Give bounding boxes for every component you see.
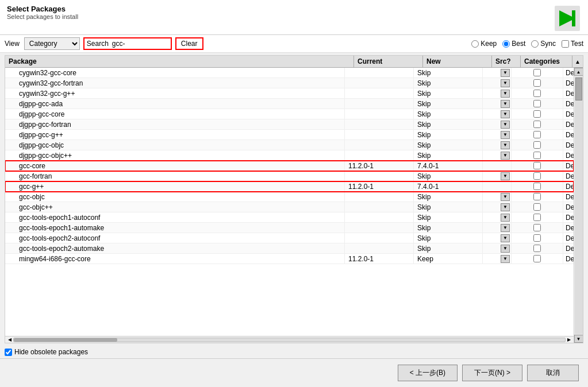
src-checkbox[interactable] [533, 162, 541, 169]
clear-button[interactable]: Clear [175, 37, 203, 50]
src-checkbox[interactable] [533, 203, 541, 211]
prev-button[interactable]: < 上一步(B) [398, 365, 458, 381]
table-row[interactable]: gcc-fortranSkip▼Devel [5, 171, 574, 181]
package-src[interactable] [512, 78, 563, 88]
sync-radio-label[interactable]: Sync [531, 40, 556, 48]
table-row[interactable]: djgpp-gcc-fortranSkip▼Devel [5, 119, 574, 130]
col-scroll-up[interactable]: ▲ [572, 56, 583, 67]
src-checkbox[interactable] [533, 193, 541, 200]
package-src[interactable] [512, 181, 563, 191]
table-row[interactable]: djgpp-gcc-g++Skip▼Devel [5, 130, 574, 140]
dropdown-arrow-icon[interactable]: ▼ [501, 203, 510, 211]
search-input[interactable] [111, 39, 168, 48]
table-row[interactable]: gcc-tools-epoch1-automakeSkip▼Devel [5, 223, 574, 233]
test-checkbox[interactable] [562, 40, 569, 48]
package-src[interactable] [512, 202, 563, 212]
package-new[interactable]: Skip [414, 140, 483, 150]
package-new[interactable]: Keep [414, 254, 483, 264]
table-row[interactable]: djgpp-gcc-coreSkip▼Devel [5, 109, 574, 119]
table-row[interactable]: cygwin32-gcc-fortranSkip▼Devel [5, 78, 574, 88]
src-checkbox[interactable] [533, 141, 541, 149]
package-src[interactable] [512, 212, 563, 222]
dropdown-arrow-icon[interactable]: ▼ [501, 100, 510, 108]
package-dropdown[interactable]: ▼ [483, 130, 512, 140]
dropdown-arrow-icon[interactable]: ▼ [501, 141, 510, 149]
package-src[interactable] [512, 130, 563, 140]
dropdown-arrow-icon[interactable]: ▼ [501, 255, 510, 263]
table-row[interactable]: gcc-tools-epoch2-automakeSkip▼Devel [5, 243, 574, 254]
package-dropdown[interactable]: ▼ [483, 243, 512, 253]
package-new[interactable]: Skip [414, 88, 483, 98]
table-row[interactable]: gcc-g++11.2.0-17.4.0-1Devel [5, 181, 574, 192]
package-src[interactable] [512, 150, 563, 160]
package-src[interactable] [512, 68, 563, 78]
keep-radio[interactable] [471, 40, 479, 48]
package-dropdown[interactable]: ▼ [483, 68, 512, 78]
src-checkbox[interactable] [533, 245, 541, 252]
package-new[interactable]: Skip [414, 99, 483, 109]
hscroll-track[interactable] [13, 338, 566, 342]
dropdown-arrow-icon[interactable]: ▼ [501, 172, 510, 180]
package-new[interactable]: Skip [414, 233, 483, 243]
package-dropdown[interactable]: ▼ [483, 88, 512, 98]
package-new[interactable]: Skip [414, 119, 483, 129]
cancel-button[interactable]: 取消 [527, 365, 579, 381]
dropdown-arrow-icon[interactable]: ▼ [501, 224, 510, 232]
dropdown-arrow-icon[interactable]: ▼ [501, 193, 510, 201]
package-new[interactable]: Skip [414, 171, 483, 181]
package-dropdown[interactable]: ▼ [483, 202, 512, 212]
package-new[interactable]: Skip [414, 109, 483, 119]
package-new[interactable]: Skip [414, 68, 483, 78]
vscroll-down-arrow[interactable]: ▼ [574, 335, 583, 343]
table-row[interactable]: djgpp-gcc-objcSkip▼Devel [5, 140, 574, 150]
table-row[interactable]: gcc-tools-epoch2-autoconfSkip▼Devel [5, 233, 574, 243]
next-button[interactable]: 下一页(N) > [462, 365, 522, 381]
package-dropdown[interactable]: ▼ [483, 99, 512, 109]
package-dropdown[interactable]: ▼ [483, 119, 512, 129]
package-src[interactable] [512, 233, 563, 243]
src-checkbox[interactable] [533, 255, 541, 262]
dropdown-arrow-icon[interactable]: ▼ [501, 245, 510, 253]
dropdown-arrow-icon[interactable]: ▼ [501, 90, 510, 98]
test-checkbox-label[interactable]: Test [562, 40, 583, 48]
hscroll-left-arrow[interactable]: ◀ [6, 337, 13, 342]
table-row[interactable]: cygwin32-gcc-coreSkip▼Devel [5, 68, 574, 78]
package-new[interactable]: Skip [414, 78, 483, 88]
dropdown-arrow-icon[interactable]: ▼ [501, 69, 510, 77]
keep-radio-label[interactable]: Keep [471, 40, 497, 48]
package-src[interactable] [512, 243, 563, 253]
package-src[interactable] [512, 140, 563, 150]
package-dropdown[interactable]: ▼ [483, 171, 512, 181]
package-dropdown[interactable]: ▼ [483, 78, 512, 88]
package-dropdown[interactable]: ▼ [483, 233, 512, 243]
package-dropdown[interactable]: ▼ [483, 140, 512, 150]
package-new[interactable]: Skip [414, 243, 483, 253]
src-checkbox[interactable] [533, 183, 541, 190]
package-dropdown[interactable]: ▼ [483, 150, 512, 160]
table-row[interactable]: gcc-objcSkip▼Devel [5, 192, 574, 202]
vscroll-thumb[interactable] [575, 78, 582, 100]
src-checkbox[interactable] [533, 90, 541, 97]
hscroll-right-arrow[interactable]: ▶ [566, 337, 572, 342]
src-checkbox[interactable] [533, 234, 541, 242]
src-checkbox[interactable] [533, 121, 541, 128]
package-new[interactable]: Skip [414, 202, 483, 212]
dropdown-arrow-icon[interactable]: ▼ [501, 214, 510, 222]
table-row[interactable]: gcc-objc++Skip▼Devel [5, 202, 574, 212]
src-checkbox[interactable] [533, 110, 541, 118]
table-row[interactable]: djgpp-gcc-objc++Skip▼Devel [5, 150, 574, 161]
table-row[interactable]: gcc-core11.2.0-17.4.0-1Devel [5, 161, 574, 171]
dropdown-arrow-icon[interactable]: ▼ [501, 152, 510, 160]
package-new[interactable]: Skip [414, 212, 483, 222]
src-checkbox[interactable] [533, 69, 541, 76]
package-dropdown[interactable]: ▼ [483, 223, 512, 233]
package-src[interactable] [512, 192, 563, 202]
vscroll-up-arrow[interactable]: ▲ [574, 68, 583, 76]
hscroll-thumb[interactable] [14, 338, 117, 342]
package-src[interactable] [512, 223, 563, 233]
package-src[interactable] [512, 109, 563, 119]
src-checkbox[interactable] [533, 172, 541, 180]
table-row[interactable]: cygwin32-gcc-g++Skip▼Devel [5, 88, 574, 99]
package-new[interactable]: Skip [414, 130, 483, 140]
src-checkbox[interactable] [533, 79, 541, 87]
